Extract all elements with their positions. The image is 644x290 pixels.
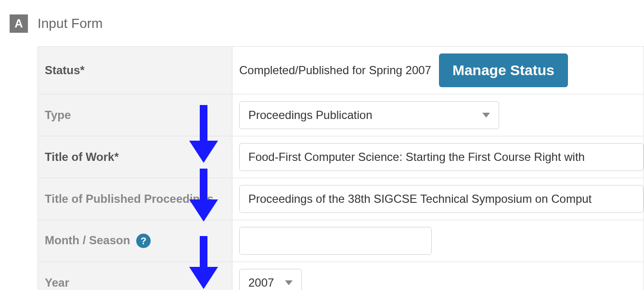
value-year: 2007 bbox=[232, 262, 644, 290]
section-badge: A bbox=[10, 14, 28, 33]
value-proceedings-title bbox=[232, 178, 644, 220]
manage-status-button[interactable]: Manage Status bbox=[439, 53, 568, 87]
help-icon[interactable]: ? bbox=[136, 234, 151, 248]
label-proceedings-title: Title of Published Proceedings bbox=[38, 178, 232, 220]
page-root: A Input Form Status* Completed/Published… bbox=[0, 0, 644, 290]
value-type: Proceedings Publication bbox=[232, 94, 644, 136]
label-type: Type bbox=[38, 94, 232, 136]
proceedings-title-input[interactable] bbox=[239, 185, 644, 213]
year-select-value: 2007 bbox=[248, 276, 274, 290]
type-select-value: Proceedings Publication bbox=[248, 108, 373, 122]
section-title: Input Form bbox=[38, 16, 103, 31]
value-status: Completed/Published for Spring 2007 Mana… bbox=[232, 47, 644, 94]
value-month-season bbox=[232, 220, 644, 262]
title-of-work-input[interactable] bbox=[239, 143, 644, 171]
month-season-input[interactable] bbox=[239, 227, 432, 255]
chevron-down-icon bbox=[482, 113, 490, 118]
value-title-of-work bbox=[232, 136, 644, 178]
section-header: A Input Form bbox=[10, 14, 644, 33]
label-title-of-work: Title of Work* bbox=[38, 136, 232, 178]
row-proceedings-title: Title of Published Proceedings bbox=[38, 178, 644, 220]
label-status: Status* bbox=[38, 47, 232, 94]
label-year: Year bbox=[38, 262, 232, 290]
row-type: Type Proceedings Publication bbox=[38, 94, 644, 136]
type-select[interactable]: Proceedings Publication bbox=[239, 101, 499, 129]
row-month-season: Month / Season ? bbox=[38, 220, 644, 262]
label-month-season: Month / Season ? bbox=[38, 220, 232, 262]
chevron-down-icon bbox=[285, 280, 293, 285]
input-form-table: Status* Completed/Published for Spring 2… bbox=[38, 46, 644, 290]
row-title-of-work: Title of Work* bbox=[38, 136, 644, 178]
year-select[interactable]: 2007 bbox=[239, 269, 302, 290]
status-text: Completed/Published for Spring 2007 bbox=[239, 64, 431, 77]
label-month-season-text: Month / Season bbox=[45, 234, 130, 247]
row-status: Status* Completed/Published for Spring 2… bbox=[38, 47, 644, 94]
row-year: Year 2007 bbox=[38, 262, 644, 290]
